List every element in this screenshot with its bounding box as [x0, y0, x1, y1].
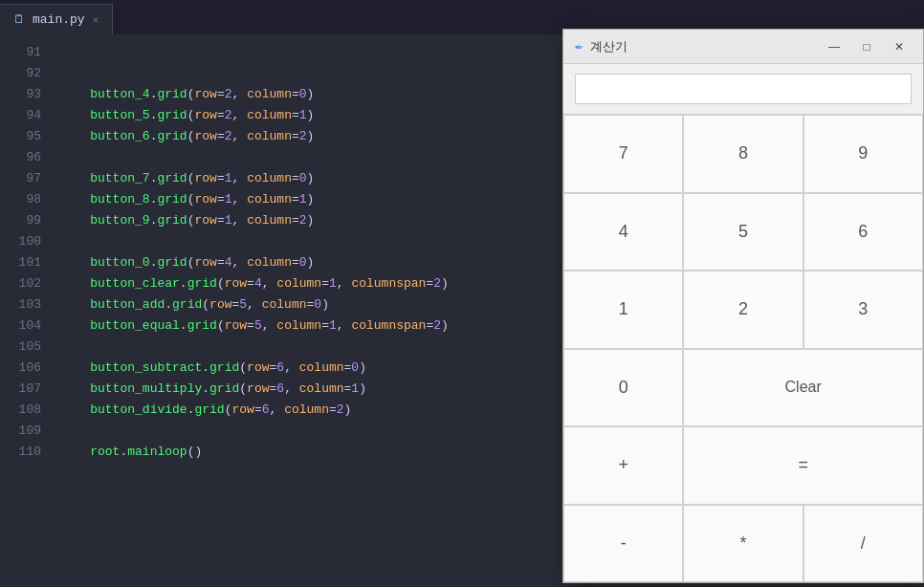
calc-title: 계산기	[590, 38, 814, 55]
btn-divide[interactable]: /	[803, 505, 923, 583]
line-numbers: 91 92 93 94 95 96 97 98 99 100 101 102 1…	[0, 34, 53, 587]
btn-3[interactable]: 3	[803, 271, 923, 349]
maximize-button[interactable]: □	[854, 37, 879, 56]
btn-0[interactable]: 0	[563, 349, 683, 427]
titlebar: ✒ 계산기 — □ ✕	[563, 30, 923, 64]
btn-8[interactable]: 8	[683, 115, 803, 193]
btn-clear[interactable]: Clear	[683, 349, 923, 427]
btn-7[interactable]: 7	[563, 115, 683, 193]
btn-add[interactable]: +	[563, 426, 683, 505]
btn-5[interactable]: 5	[683, 193, 803, 272]
tab-label: main.py	[33, 12, 85, 27]
calculator-window: ✒ 계산기 — □ ✕ 7 8 9 4 5 6 1 2 3 0 Clear + …	[562, 29, 924, 583]
file-icon: 🗒	[13, 12, 25, 27]
close-button[interactable]: ✕	[887, 37, 912, 56]
tab-close-icon[interactable]: ✕	[93, 13, 99, 26]
calc-app-icon: ✒	[575, 38, 583, 54]
tab-main-py[interactable]: 🗒 main.py ✕	[0, 4, 113, 34]
btn-equal[interactable]: =	[683, 426, 923, 505]
btn-6[interactable]: 6	[803, 193, 923, 272]
btn-2[interactable]: 2	[683, 271, 803, 349]
btn-9[interactable]: 9	[803, 115, 923, 193]
btn-1[interactable]: 1	[563, 271, 683, 349]
btn-multiply[interactable]: *	[683, 505, 803, 583]
btn-subtract[interactable]: -	[563, 505, 683, 583]
btn-4[interactable]: 4	[563, 193, 683, 272]
calc-button-grid: 7 8 9 4 5 6 1 2 3 0 Clear + = - * /	[563, 114, 923, 582]
calc-display[interactable]	[575, 74, 912, 104]
minimize-button[interactable]: —	[822, 37, 847, 56]
